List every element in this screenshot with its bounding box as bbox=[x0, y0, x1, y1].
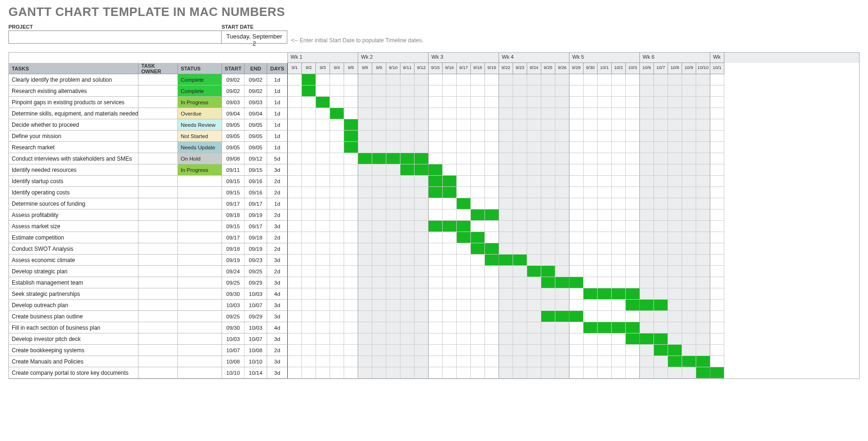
gantt-cell[interactable] bbox=[288, 198, 302, 209]
gantt-cell[interactable] bbox=[541, 164, 555, 176]
gantt-cell[interactable] bbox=[696, 164, 710, 176]
gantt-cell[interactable] bbox=[598, 356, 612, 367]
gantt-cell[interactable] bbox=[640, 345, 654, 356]
gantt-cell[interactable] bbox=[513, 209, 527, 221]
gantt-cell[interactable] bbox=[443, 221, 457, 232]
task-name-cell[interactable]: Conduct SWOT Analysis bbox=[9, 243, 138, 255]
gantt-cell[interactable] bbox=[541, 255, 555, 266]
gantt-cell[interactable] bbox=[288, 119, 302, 131]
task-days-cell[interactable]: 2d bbox=[267, 232, 288, 243]
gantt-cell[interactable] bbox=[330, 221, 344, 232]
gantt-cell[interactable] bbox=[330, 277, 344, 288]
gantt-cell[interactable] bbox=[415, 333, 429, 345]
gantt-cell[interactable] bbox=[569, 131, 584, 142]
task-owner-cell[interactable] bbox=[138, 255, 178, 266]
gantt-cell[interactable] bbox=[457, 97, 471, 108]
gantt-cell[interactable] bbox=[415, 119, 429, 131]
gantt-cell[interactable] bbox=[569, 119, 584, 131]
gantt-cell[interactable] bbox=[640, 322, 654, 333]
gantt-cell[interactable] bbox=[654, 187, 668, 198]
gantt-cell[interactable] bbox=[598, 164, 612, 176]
gantt-cell[interactable] bbox=[527, 142, 541, 153]
gantt-cell[interactable] bbox=[485, 288, 499, 300]
gantt-cell[interactable] bbox=[485, 255, 499, 266]
gantt-cell[interactable] bbox=[527, 300, 541, 311]
gantt-cell[interactable] bbox=[668, 243, 682, 255]
gantt-cell[interactable] bbox=[344, 74, 358, 85]
col-tasks[interactable]: TASKS bbox=[9, 63, 138, 74]
task-days-cell[interactable]: 2d bbox=[267, 345, 288, 356]
gantt-cell[interactable] bbox=[372, 322, 386, 333]
gantt-cell[interactable] bbox=[499, 176, 513, 187]
project-input[interactable] bbox=[8, 31, 222, 44]
gantt-cell[interactable] bbox=[400, 288, 415, 300]
task-name-cell[interactable]: Research existing alternatives bbox=[9, 85, 138, 97]
gantt-cell[interactable] bbox=[400, 232, 415, 243]
gantt-cell[interactable] bbox=[302, 221, 316, 232]
gantt-cell[interactable] bbox=[541, 288, 555, 300]
gantt-cell[interactable] bbox=[640, 311, 654, 322]
gantt-cell[interactable] bbox=[569, 187, 584, 198]
gantt-cell[interactable] bbox=[457, 176, 471, 187]
task-owner-cell[interactable] bbox=[138, 232, 178, 243]
gantt-cell[interactable] bbox=[316, 209, 330, 221]
gantt-cell[interactable] bbox=[598, 198, 612, 209]
gantt-cell[interactable] bbox=[358, 277, 372, 288]
gantt-cell[interactable] bbox=[400, 108, 415, 119]
gantt-cell[interactable] bbox=[682, 221, 696, 232]
gantt-cell[interactable] bbox=[344, 255, 358, 266]
task-end-cell[interactable]: 10/03 bbox=[245, 288, 267, 300]
gantt-cell[interactable] bbox=[485, 97, 499, 108]
gantt-cell[interactable] bbox=[696, 119, 710, 131]
gantt-cell[interactable] bbox=[569, 333, 584, 345]
gantt-cell[interactable] bbox=[316, 243, 330, 255]
task-start-cell[interactable]: 09/03 bbox=[222, 97, 245, 108]
gantt-cell[interactable] bbox=[429, 119, 443, 131]
gantt-cell[interactable] bbox=[358, 333, 372, 345]
gantt-cell[interactable] bbox=[682, 277, 696, 288]
task-status-cell[interactable] bbox=[178, 232, 222, 243]
task-start-cell[interactable]: 09/15 bbox=[222, 187, 245, 198]
gantt-cell[interactable] bbox=[288, 85, 302, 97]
gantt-cell[interactable] bbox=[527, 119, 541, 131]
gantt-cell[interactable] bbox=[330, 176, 344, 187]
gantt-cell[interactable] bbox=[555, 322, 569, 333]
gantt-cell[interactable] bbox=[316, 119, 330, 131]
gantt-cell[interactable] bbox=[682, 97, 696, 108]
gantt-cell[interactable] bbox=[316, 356, 330, 367]
gantt-cell[interactable] bbox=[485, 119, 499, 131]
gantt-cell[interactable] bbox=[612, 333, 626, 345]
gantt-cell[interactable] bbox=[457, 131, 471, 142]
task-owner-cell[interactable] bbox=[138, 266, 178, 277]
gantt-cell[interactable] bbox=[555, 311, 569, 322]
gantt-cell[interactable] bbox=[668, 367, 682, 379]
gantt-cell[interactable] bbox=[372, 243, 386, 255]
gantt-cell[interactable] bbox=[400, 142, 415, 153]
gantt-cell[interactable] bbox=[668, 153, 682, 164]
task-status-cell[interactable]: Needs Update bbox=[178, 142, 222, 153]
gantt-cell[interactable] bbox=[443, 108, 457, 119]
gantt-cell[interactable] bbox=[316, 367, 330, 379]
gantt-cell[interactable] bbox=[443, 176, 457, 187]
gantt-cell[interactable] bbox=[316, 311, 330, 322]
gantt-cell[interactable] bbox=[386, 142, 400, 153]
task-owner-cell[interactable] bbox=[138, 97, 178, 108]
gantt-cell[interactable] bbox=[710, 142, 724, 153]
gantt-cell[interactable] bbox=[612, 164, 626, 176]
gantt-cell[interactable] bbox=[541, 131, 555, 142]
gantt-cell[interactable] bbox=[372, 277, 386, 288]
gantt-cell[interactable] bbox=[443, 232, 457, 243]
gantt-cell[interactable] bbox=[569, 97, 584, 108]
gantt-cell[interactable] bbox=[654, 356, 668, 367]
task-owner-cell[interactable] bbox=[138, 164, 178, 176]
gantt-cell[interactable] bbox=[555, 198, 569, 209]
task-end-cell[interactable]: 09/02 bbox=[245, 85, 267, 97]
gantt-cell[interactable] bbox=[302, 97, 316, 108]
gantt-cell[interactable] bbox=[485, 74, 499, 85]
gantt-cell[interactable] bbox=[668, 209, 682, 221]
gantt-cell[interactable] bbox=[358, 164, 372, 176]
gantt-cell[interactable] bbox=[415, 176, 429, 187]
gantt-cell[interactable] bbox=[640, 74, 654, 85]
gantt-cell[interactable] bbox=[415, 209, 429, 221]
gantt-cell[interactable] bbox=[668, 356, 682, 367]
